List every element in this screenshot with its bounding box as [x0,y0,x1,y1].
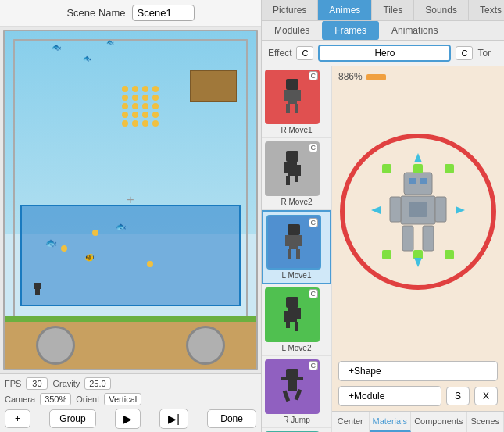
done-button[interactable]: Done [207,409,256,428]
orient-value: Vertical [104,393,141,405]
sprite-thumb-lmove1: C [266,215,321,270]
svg-rect-44 [435,197,446,222]
svg-rect-17 [298,235,302,246]
svg-rect-40 [420,178,427,184]
handle-bottom-right[interactable] [445,250,454,259]
sprite-rjump[interactable]: C R Jump [262,356,331,428]
svg-rect-20 [286,297,298,308]
s-button[interactable]: S [446,387,470,405]
module-button[interactable]: +Module [338,386,441,406]
effect-label: Effect [268,48,291,59]
tab-pictures[interactable]: Pictures [262,0,318,20]
bird-2: 🐟 [83,55,91,62]
arrow-left[interactable] [370,204,382,220]
bottom-tab-components[interactable]: Components [411,412,466,432]
hero-c-button[interactable]: C [456,46,473,60]
play-next-button[interactable]: ▶| [159,409,188,429]
subtab-modules[interactable]: Modules [262,21,322,40]
bottom-tab-scenes[interactable]: Scenes [467,412,505,432]
x-button[interactable]: X [474,387,498,405]
svg-rect-42 [409,202,427,217]
scene-label: Scene Name [66,7,125,19]
svg-rect-46 [423,226,434,251]
sub-tabs: Modules Frames Animations [262,21,504,41]
tab-animes[interactable]: Animes [318,0,372,20]
sprite-thumb-rmove2: C [265,141,320,196]
arrow-down[interactable] [412,256,424,272]
handle-top-left[interactable] [382,164,391,173]
canvas-preview: 886% [332,66,504,432]
sprite-rmove2[interactable]: C R Move2 [262,138,331,210]
sprite-label-rmove2: R Move2 [265,198,328,206]
svg-rect-8 [286,151,298,162]
bottom-tabs: Center Materials Components Scenes [332,411,504,432]
sprite-label-rjump: R Jump [265,416,328,424]
svg-rect-15 [289,235,298,249]
scene-header: Scene Name [0,0,261,27]
bottom-tab-materials[interactable]: Materials [370,412,412,432]
fps-label: FPS [5,379,21,388]
sprite-icon-lmove1 [278,223,309,262]
scene-name-input[interactable] [132,5,195,21]
svg-rect-38 [404,173,432,195]
svg-rect-7 [295,104,298,113]
sprite-c-badge-lmove2: C [309,289,319,298]
handle-top-right[interactable] [445,164,454,173]
fish-3: 🐟 [116,222,127,232]
game-canvas: 216% 🐟 🐠 🐟 [3,30,258,370]
arrow-up[interactable] [412,152,424,167]
left-panel: Scene Name 216% 🐟 🐠 🐟 [0,0,262,432]
svg-rect-26 [286,369,298,380]
svg-rect-25 [295,322,298,331]
handle-bottom-left[interactable] [382,250,391,259]
svg-rect-13 [295,173,298,182]
add-button[interactable]: + [5,409,30,428]
tab-texts[interactable]: Texts [469,0,504,20]
tab-tiles[interactable]: Tiles [372,0,414,20]
tor-label: Tor [477,48,491,59]
game-scene: 🐟 🐠 🐟 [5,31,256,369]
sprite-center[interactable]: Center [262,428,331,432]
sprite-lmove1[interactable]: C L Move1 [262,210,331,284]
bottom-controls: FPS 30 Gravity 25.0 Camera 350% Orient V… [0,373,261,432]
effect-c-button[interactable]: C [296,46,313,60]
robot-svg [387,169,449,255]
svg-rect-27 [288,380,297,391]
sprite-label-lmove2: L Move2 [265,344,328,352]
sprite-c-badge-rjump: C [309,361,319,370]
fps-value: 30 [26,377,48,390]
camera-orient-row: Camera 350% Orient Vertical [5,393,256,405]
subtab-animations[interactable]: Animations [379,21,450,40]
svg-rect-14 [288,224,300,235]
camera-label: Camera [5,395,35,404]
diver [30,281,45,297]
sprite-icon-rmove2 [277,149,308,188]
bottom-tab-center[interactable]: Center [332,412,370,432]
arrow-right[interactable] [454,204,466,220]
sprite-rmove1[interactable]: C R Move1 [262,66,331,138]
sprite-c-badge-rmove1: C [309,71,319,80]
platform-1 [190,70,237,102]
svg-marker-47 [371,206,381,214]
top-tabs: Pictures Animes Tiles Sounds Texts [262,0,504,21]
hero-filter-input[interactable] [318,45,451,62]
svg-rect-4 [284,90,288,101]
sprite-lmove2[interactable]: C L Move2 [262,284,331,356]
play-button[interactable]: ▶ [115,409,141,429]
group-button[interactable]: Group [49,409,95,428]
subtab-frames[interactable]: Frames [322,21,379,40]
svg-rect-24 [286,319,290,328]
svg-rect-45 [402,226,413,251]
tab-sounds[interactable]: Sounds [414,0,469,20]
wheel-left [36,326,75,365]
bird-3: 🐟 [106,39,114,46]
svg-rect-0 [34,283,41,289]
svg-marker-49 [414,153,422,162]
sprite-icon-rjump [277,367,308,406]
svg-rect-23 [297,308,301,319]
coin-1 [61,245,67,252]
svg-rect-43 [390,197,401,222]
svg-rect-3 [288,90,297,104]
shape-button[interactable]: +Shape [338,361,498,381]
sprite-c-badge-rmove2: C [309,143,319,152]
